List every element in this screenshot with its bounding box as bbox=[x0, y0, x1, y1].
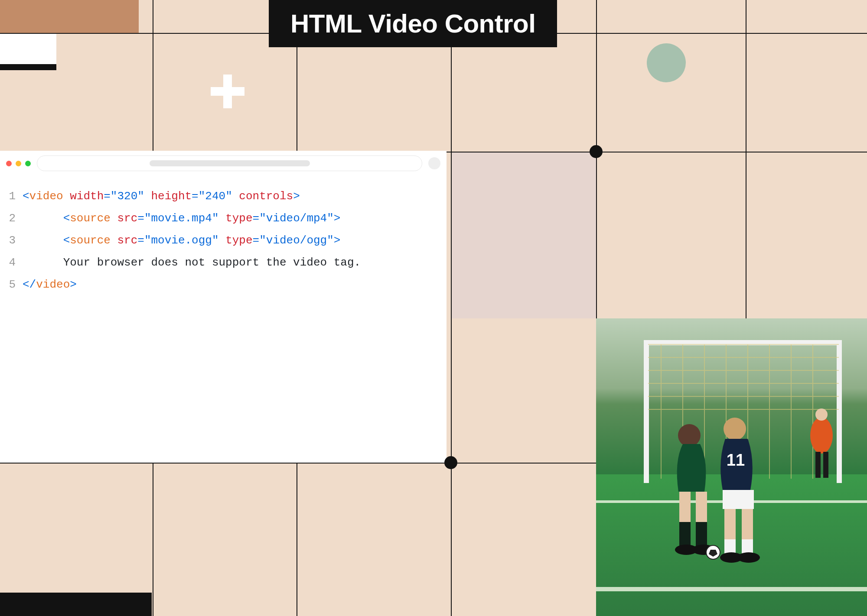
page-title: HTML Video Control bbox=[269, 0, 557, 47]
svg-rect-4 bbox=[644, 340, 649, 483]
svg-rect-5 bbox=[837, 340, 842, 483]
profile-avatar-icon[interactable] bbox=[428, 157, 440, 169]
svg-rect-20 bbox=[723, 490, 754, 509]
svg-rect-15 bbox=[696, 522, 707, 546]
code-line: 4 Your browser does not support the vide… bbox=[8, 252, 439, 274]
svg-point-8 bbox=[815, 409, 828, 421]
url-placeholder bbox=[150, 160, 310, 166]
svg-rect-10 bbox=[823, 452, 828, 478]
deco-dot bbox=[444, 456, 457, 469]
line-number: 1 bbox=[8, 185, 23, 207]
svg-text:11: 11 bbox=[727, 451, 745, 469]
svg-rect-9 bbox=[815, 452, 821, 478]
deco-black-stripe bbox=[0, 64, 56, 70]
svg-point-26 bbox=[737, 552, 760, 563]
code-line: 3 <source src="movie.ogg" type="video/og… bbox=[8, 230, 439, 252]
code-editor-window: 1<video width="320" height="240" control… bbox=[0, 151, 447, 463]
window-traffic-lights bbox=[6, 161, 31, 166]
svg-point-7 bbox=[810, 417, 833, 454]
deco-brown-block bbox=[0, 0, 139, 33]
deco-dot bbox=[590, 145, 603, 158]
video-preview-photo: 11 bbox=[596, 318, 867, 616]
grid-vline bbox=[451, 0, 452, 616]
code-line: 1<video width="320" height="240" control… bbox=[8, 185, 439, 207]
code-content: </video> bbox=[23, 274, 77, 296]
close-dot-icon[interactable] bbox=[6, 161, 12, 166]
deco-green-circle bbox=[647, 43, 686, 82]
code-line: 2 <source src="movie.mp4" type="video/mp… bbox=[8, 207, 439, 230]
line-number: 5 bbox=[8, 274, 23, 296]
svg-rect-3 bbox=[596, 587, 867, 591]
svg-point-11 bbox=[678, 424, 701, 447]
minimize-dot-icon[interactable] bbox=[16, 161, 21, 166]
line-number: 3 bbox=[8, 230, 23, 252]
line-number: 4 bbox=[8, 252, 23, 274]
url-bar[interactable] bbox=[37, 156, 422, 171]
maximize-dot-icon[interactable] bbox=[25, 161, 31, 166]
deco-pink-panel bbox=[451, 152, 596, 318]
plus-icon bbox=[211, 75, 244, 108]
line-number: 2 bbox=[8, 207, 23, 230]
deco-black-bottom bbox=[0, 593, 152, 616]
editor-body: 1<video width="320" height="240" control… bbox=[0, 176, 447, 305]
code-content: <source src="movie.ogg" type="video/ogg"… bbox=[23, 230, 340, 252]
code-content: <video width="320" height="240" controls… bbox=[23, 185, 300, 207]
code-content: <source src="movie.mp4" type="video/mp4"… bbox=[23, 207, 340, 230]
editor-toolbar bbox=[0, 151, 447, 176]
code-line: 5</video> bbox=[8, 274, 439, 296]
code-content: Your browser does not support the video … bbox=[23, 252, 361, 274]
svg-point-18 bbox=[724, 418, 746, 440]
svg-rect-14 bbox=[679, 522, 691, 546]
